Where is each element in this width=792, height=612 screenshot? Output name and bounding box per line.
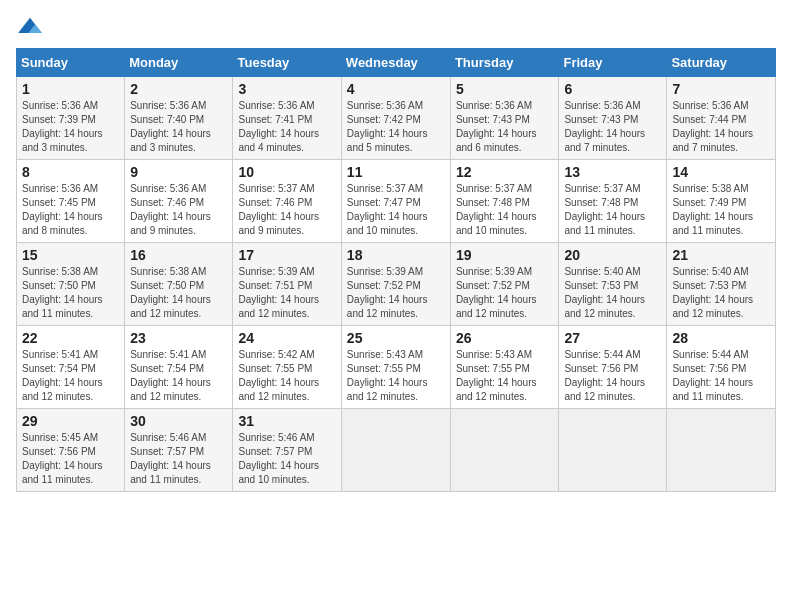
calendar-cell bbox=[667, 409, 776, 492]
calendar-cell: 17Sunrise: 5:39 AMSunset: 7:51 PMDayligh… bbox=[233, 243, 341, 326]
day-number: 12 bbox=[456, 164, 554, 180]
calendar-cell: 31Sunrise: 5:46 AMSunset: 7:57 PMDayligh… bbox=[233, 409, 341, 492]
calendar-table: SundayMondayTuesdayWednesdayThursdayFrid… bbox=[16, 48, 776, 492]
day-number: 26 bbox=[456, 330, 554, 346]
calendar-cell: 27Sunrise: 5:44 AMSunset: 7:56 PMDayligh… bbox=[559, 326, 667, 409]
day-number: 27 bbox=[564, 330, 661, 346]
calendar-cell: 15Sunrise: 5:38 AMSunset: 7:50 PMDayligh… bbox=[17, 243, 125, 326]
day-content: Sunrise: 5:46 AMSunset: 7:57 PMDaylight:… bbox=[130, 431, 227, 487]
day-content: Sunrise: 5:43 AMSunset: 7:55 PMDaylight:… bbox=[456, 348, 554, 404]
day-number: 23 bbox=[130, 330, 227, 346]
day-content: Sunrise: 5:43 AMSunset: 7:55 PMDaylight:… bbox=[347, 348, 445, 404]
calendar-cell: 8Sunrise: 5:36 AMSunset: 7:45 PMDaylight… bbox=[17, 160, 125, 243]
calendar-cell: 26Sunrise: 5:43 AMSunset: 7:55 PMDayligh… bbox=[450, 326, 559, 409]
day-content: Sunrise: 5:44 AMSunset: 7:56 PMDaylight:… bbox=[564, 348, 661, 404]
logo bbox=[16, 16, 48, 38]
calendar-cell bbox=[559, 409, 667, 492]
day-number: 10 bbox=[238, 164, 335, 180]
week-row-4: 22Sunrise: 5:41 AMSunset: 7:54 PMDayligh… bbox=[17, 326, 776, 409]
day-content: Sunrise: 5:46 AMSunset: 7:57 PMDaylight:… bbox=[238, 431, 335, 487]
day-content: Sunrise: 5:37 AMSunset: 7:46 PMDaylight:… bbox=[238, 182, 335, 238]
calendar-cell: 2Sunrise: 5:36 AMSunset: 7:40 PMDaylight… bbox=[125, 77, 233, 160]
day-content: Sunrise: 5:39 AMSunset: 7:52 PMDaylight:… bbox=[347, 265, 445, 321]
day-content: Sunrise: 5:41 AMSunset: 7:54 PMDaylight:… bbox=[22, 348, 119, 404]
calendar-cell: 20Sunrise: 5:40 AMSunset: 7:53 PMDayligh… bbox=[559, 243, 667, 326]
calendar-cell: 23Sunrise: 5:41 AMSunset: 7:54 PMDayligh… bbox=[125, 326, 233, 409]
calendar-cell: 7Sunrise: 5:36 AMSunset: 7:44 PMDaylight… bbox=[667, 77, 776, 160]
week-row-5: 29Sunrise: 5:45 AMSunset: 7:56 PMDayligh… bbox=[17, 409, 776, 492]
day-content: Sunrise: 5:40 AMSunset: 7:53 PMDaylight:… bbox=[672, 265, 770, 321]
day-content: Sunrise: 5:36 AMSunset: 7:43 PMDaylight:… bbox=[564, 99, 661, 155]
col-header-thursday: Thursday bbox=[450, 49, 559, 77]
day-number: 4 bbox=[347, 81, 445, 97]
day-number: 25 bbox=[347, 330, 445, 346]
day-number: 19 bbox=[456, 247, 554, 263]
col-header-monday: Monday bbox=[125, 49, 233, 77]
day-number: 15 bbox=[22, 247, 119, 263]
week-row-2: 8Sunrise: 5:36 AMSunset: 7:45 PMDaylight… bbox=[17, 160, 776, 243]
calendar-cell: 22Sunrise: 5:41 AMSunset: 7:54 PMDayligh… bbox=[17, 326, 125, 409]
day-number: 7 bbox=[672, 81, 770, 97]
day-number: 8 bbox=[22, 164, 119, 180]
day-number: 29 bbox=[22, 413, 119, 429]
day-number: 13 bbox=[564, 164, 661, 180]
week-row-3: 15Sunrise: 5:38 AMSunset: 7:50 PMDayligh… bbox=[17, 243, 776, 326]
calendar-cell: 10Sunrise: 5:37 AMSunset: 7:46 PMDayligh… bbox=[233, 160, 341, 243]
day-number: 11 bbox=[347, 164, 445, 180]
col-header-wednesday: Wednesday bbox=[341, 49, 450, 77]
day-content: Sunrise: 5:42 AMSunset: 7:55 PMDaylight:… bbox=[238, 348, 335, 404]
calendar-cell: 1Sunrise: 5:36 AMSunset: 7:39 PMDaylight… bbox=[17, 77, 125, 160]
calendar-cell: 5Sunrise: 5:36 AMSunset: 7:43 PMDaylight… bbox=[450, 77, 559, 160]
day-content: Sunrise: 5:36 AMSunset: 7:42 PMDaylight:… bbox=[347, 99, 445, 155]
calendar-cell: 9Sunrise: 5:36 AMSunset: 7:46 PMDaylight… bbox=[125, 160, 233, 243]
calendar-cell: 6Sunrise: 5:36 AMSunset: 7:43 PMDaylight… bbox=[559, 77, 667, 160]
calendar-cell: 24Sunrise: 5:42 AMSunset: 7:55 PMDayligh… bbox=[233, 326, 341, 409]
calendar-cell: 12Sunrise: 5:37 AMSunset: 7:48 PMDayligh… bbox=[450, 160, 559, 243]
day-number: 3 bbox=[238, 81, 335, 97]
day-content: Sunrise: 5:44 AMSunset: 7:56 PMDaylight:… bbox=[672, 348, 770, 404]
calendar-cell: 3Sunrise: 5:36 AMSunset: 7:41 PMDaylight… bbox=[233, 77, 341, 160]
calendar-cell: 19Sunrise: 5:39 AMSunset: 7:52 PMDayligh… bbox=[450, 243, 559, 326]
col-header-sunday: Sunday bbox=[17, 49, 125, 77]
day-number: 9 bbox=[130, 164, 227, 180]
day-content: Sunrise: 5:38 AMSunset: 7:50 PMDaylight:… bbox=[22, 265, 119, 321]
day-content: Sunrise: 5:38 AMSunset: 7:49 PMDaylight:… bbox=[672, 182, 770, 238]
day-content: Sunrise: 5:39 AMSunset: 7:51 PMDaylight:… bbox=[238, 265, 335, 321]
calendar-cell bbox=[341, 409, 450, 492]
day-number: 17 bbox=[238, 247, 335, 263]
day-content: Sunrise: 5:37 AMSunset: 7:47 PMDaylight:… bbox=[347, 182, 445, 238]
calendar-cell: 14Sunrise: 5:38 AMSunset: 7:49 PMDayligh… bbox=[667, 160, 776, 243]
day-content: Sunrise: 5:36 AMSunset: 7:44 PMDaylight:… bbox=[672, 99, 770, 155]
calendar-cell: 25Sunrise: 5:43 AMSunset: 7:55 PMDayligh… bbox=[341, 326, 450, 409]
page-header bbox=[16, 16, 776, 38]
calendar-cell: 30Sunrise: 5:46 AMSunset: 7:57 PMDayligh… bbox=[125, 409, 233, 492]
week-row-1: 1Sunrise: 5:36 AMSunset: 7:39 PMDaylight… bbox=[17, 77, 776, 160]
day-number: 30 bbox=[130, 413, 227, 429]
day-number: 14 bbox=[672, 164, 770, 180]
day-number: 28 bbox=[672, 330, 770, 346]
day-content: Sunrise: 5:36 AMSunset: 7:40 PMDaylight:… bbox=[130, 99, 227, 155]
day-number: 1 bbox=[22, 81, 119, 97]
calendar-cell: 16Sunrise: 5:38 AMSunset: 7:50 PMDayligh… bbox=[125, 243, 233, 326]
col-header-friday: Friday bbox=[559, 49, 667, 77]
day-content: Sunrise: 5:37 AMSunset: 7:48 PMDaylight:… bbox=[456, 182, 554, 238]
col-header-saturday: Saturday bbox=[667, 49, 776, 77]
logo-icon bbox=[16, 16, 44, 38]
day-content: Sunrise: 5:40 AMSunset: 7:53 PMDaylight:… bbox=[564, 265, 661, 321]
day-content: Sunrise: 5:37 AMSunset: 7:48 PMDaylight:… bbox=[564, 182, 661, 238]
calendar-cell: 28Sunrise: 5:44 AMSunset: 7:56 PMDayligh… bbox=[667, 326, 776, 409]
day-number: 16 bbox=[130, 247, 227, 263]
calendar-cell: 11Sunrise: 5:37 AMSunset: 7:47 PMDayligh… bbox=[341, 160, 450, 243]
calendar-cell: 4Sunrise: 5:36 AMSunset: 7:42 PMDaylight… bbox=[341, 77, 450, 160]
day-number: 22 bbox=[22, 330, 119, 346]
calendar-cell: 18Sunrise: 5:39 AMSunset: 7:52 PMDayligh… bbox=[341, 243, 450, 326]
day-content: Sunrise: 5:39 AMSunset: 7:52 PMDaylight:… bbox=[456, 265, 554, 321]
day-content: Sunrise: 5:41 AMSunset: 7:54 PMDaylight:… bbox=[130, 348, 227, 404]
day-number: 21 bbox=[672, 247, 770, 263]
day-content: Sunrise: 5:36 AMSunset: 7:41 PMDaylight:… bbox=[238, 99, 335, 155]
calendar-cell: 13Sunrise: 5:37 AMSunset: 7:48 PMDayligh… bbox=[559, 160, 667, 243]
day-number: 6 bbox=[564, 81, 661, 97]
calendar-cell: 21Sunrise: 5:40 AMSunset: 7:53 PMDayligh… bbox=[667, 243, 776, 326]
day-content: Sunrise: 5:38 AMSunset: 7:50 PMDaylight:… bbox=[130, 265, 227, 321]
calendar-header-row: SundayMondayTuesdayWednesdayThursdayFrid… bbox=[17, 49, 776, 77]
